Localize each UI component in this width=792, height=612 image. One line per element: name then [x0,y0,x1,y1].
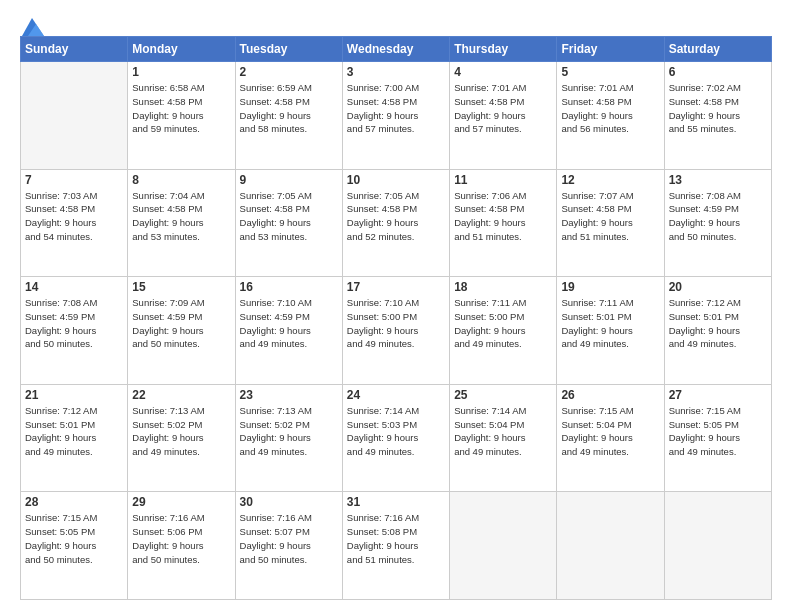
day-info: Sunrise: 7:13 AM Sunset: 5:02 PM Dayligh… [132,404,230,459]
week-row: 21Sunrise: 7:12 AM Sunset: 5:01 PM Dayli… [21,384,772,492]
day-info: Sunrise: 7:15 AM Sunset: 5:05 PM Dayligh… [25,511,123,566]
day-info: Sunrise: 7:01 AM Sunset: 4:58 PM Dayligh… [561,81,659,136]
day-number: 10 [347,173,445,187]
calendar-cell [21,62,128,170]
day-number: 6 [669,65,767,79]
day-info: Sunrise: 7:08 AM Sunset: 4:59 PM Dayligh… [25,296,123,351]
day-number: 8 [132,173,230,187]
day-header: Wednesday [342,37,449,62]
day-number: 19 [561,280,659,294]
page: SundayMondayTuesdayWednesdayThursdayFrid… [0,0,792,612]
logo-icon [22,18,44,36]
day-info: Sunrise: 6:59 AM Sunset: 4:58 PM Dayligh… [240,81,338,136]
calendar-cell: 21Sunrise: 7:12 AM Sunset: 5:01 PM Dayli… [21,384,128,492]
day-number: 1 [132,65,230,79]
calendar-header-row: SundayMondayTuesdayWednesdayThursdayFrid… [21,37,772,62]
day-header: Thursday [450,37,557,62]
day-number: 20 [669,280,767,294]
day-info: Sunrise: 7:05 AM Sunset: 4:58 PM Dayligh… [347,189,445,244]
day-info: Sunrise: 7:06 AM Sunset: 4:58 PM Dayligh… [454,189,552,244]
week-row: 28Sunrise: 7:15 AM Sunset: 5:05 PM Dayli… [21,492,772,600]
day-number: 21 [25,388,123,402]
day-number: 31 [347,495,445,509]
day-header: Friday [557,37,664,62]
day-info: Sunrise: 7:12 AM Sunset: 5:01 PM Dayligh… [669,296,767,351]
day-header: Tuesday [235,37,342,62]
day-number: 13 [669,173,767,187]
week-row: 1Sunrise: 6:58 AM Sunset: 4:58 PM Daylig… [21,62,772,170]
day-number: 22 [132,388,230,402]
week-row: 7Sunrise: 7:03 AM Sunset: 4:58 PM Daylig… [21,169,772,277]
day-info: Sunrise: 7:16 AM Sunset: 5:07 PM Dayligh… [240,511,338,566]
calendar-cell [450,492,557,600]
calendar-cell: 19Sunrise: 7:11 AM Sunset: 5:01 PM Dayli… [557,277,664,385]
calendar-cell [557,492,664,600]
calendar-cell: 1Sunrise: 6:58 AM Sunset: 4:58 PM Daylig… [128,62,235,170]
day-info: Sunrise: 7:15 AM Sunset: 5:04 PM Dayligh… [561,404,659,459]
week-row: 14Sunrise: 7:08 AM Sunset: 4:59 PM Dayli… [21,277,772,385]
day-number: 23 [240,388,338,402]
day-info: Sunrise: 7:11 AM Sunset: 5:00 PM Dayligh… [454,296,552,351]
calendar-cell: 4Sunrise: 7:01 AM Sunset: 4:58 PM Daylig… [450,62,557,170]
day-number: 14 [25,280,123,294]
day-info: Sunrise: 7:09 AM Sunset: 4:59 PM Dayligh… [132,296,230,351]
calendar-cell: 23Sunrise: 7:13 AM Sunset: 5:02 PM Dayli… [235,384,342,492]
calendar-cell: 16Sunrise: 7:10 AM Sunset: 4:59 PM Dayli… [235,277,342,385]
day-info: Sunrise: 7:14 AM Sunset: 5:03 PM Dayligh… [347,404,445,459]
day-info: Sunrise: 7:12 AM Sunset: 5:01 PM Dayligh… [25,404,123,459]
calendar-table: SundayMondayTuesdayWednesdayThursdayFrid… [20,36,772,600]
day-info: Sunrise: 7:15 AM Sunset: 5:05 PM Dayligh… [669,404,767,459]
day-header: Monday [128,37,235,62]
day-number: 24 [347,388,445,402]
calendar-cell: 24Sunrise: 7:14 AM Sunset: 5:03 PM Dayli… [342,384,449,492]
calendar-cell [664,492,771,600]
day-number: 30 [240,495,338,509]
day-number: 7 [25,173,123,187]
day-number: 28 [25,495,123,509]
day-number: 25 [454,388,552,402]
calendar-cell: 17Sunrise: 7:10 AM Sunset: 5:00 PM Dayli… [342,277,449,385]
calendar-cell: 29Sunrise: 7:16 AM Sunset: 5:06 PM Dayli… [128,492,235,600]
calendar-cell: 30Sunrise: 7:16 AM Sunset: 5:07 PM Dayli… [235,492,342,600]
day-number: 15 [132,280,230,294]
day-info: Sunrise: 7:16 AM Sunset: 5:06 PM Dayligh… [132,511,230,566]
day-number: 11 [454,173,552,187]
day-number: 29 [132,495,230,509]
day-number: 17 [347,280,445,294]
calendar-cell: 10Sunrise: 7:05 AM Sunset: 4:58 PM Dayli… [342,169,449,277]
day-info: Sunrise: 7:14 AM Sunset: 5:04 PM Dayligh… [454,404,552,459]
day-info: Sunrise: 7:16 AM Sunset: 5:08 PM Dayligh… [347,511,445,566]
day-header: Sunday [21,37,128,62]
calendar-cell: 6Sunrise: 7:02 AM Sunset: 4:58 PM Daylig… [664,62,771,170]
calendar-cell: 13Sunrise: 7:08 AM Sunset: 4:59 PM Dayli… [664,169,771,277]
day-info: Sunrise: 7:00 AM Sunset: 4:58 PM Dayligh… [347,81,445,136]
day-number: 5 [561,65,659,79]
calendar-cell: 12Sunrise: 7:07 AM Sunset: 4:58 PM Dayli… [557,169,664,277]
day-info: Sunrise: 7:13 AM Sunset: 5:02 PM Dayligh… [240,404,338,459]
calendar-cell: 31Sunrise: 7:16 AM Sunset: 5:08 PM Dayli… [342,492,449,600]
day-number: 18 [454,280,552,294]
calendar-cell: 15Sunrise: 7:09 AM Sunset: 4:59 PM Dayli… [128,277,235,385]
calendar-cell: 7Sunrise: 7:03 AM Sunset: 4:58 PM Daylig… [21,169,128,277]
day-info: Sunrise: 7:05 AM Sunset: 4:58 PM Dayligh… [240,189,338,244]
calendar-cell: 26Sunrise: 7:15 AM Sunset: 5:04 PM Dayli… [557,384,664,492]
header [20,18,772,32]
calendar-cell: 20Sunrise: 7:12 AM Sunset: 5:01 PM Dayli… [664,277,771,385]
day-number: 2 [240,65,338,79]
calendar-cell: 28Sunrise: 7:15 AM Sunset: 5:05 PM Dayli… [21,492,128,600]
day-number: 27 [669,388,767,402]
day-number: 16 [240,280,338,294]
day-info: Sunrise: 7:11 AM Sunset: 5:01 PM Dayligh… [561,296,659,351]
day-info: Sunrise: 7:01 AM Sunset: 4:58 PM Dayligh… [454,81,552,136]
calendar-cell: 2Sunrise: 6:59 AM Sunset: 4:58 PM Daylig… [235,62,342,170]
logo [20,18,44,32]
day-number: 4 [454,65,552,79]
day-info: Sunrise: 7:07 AM Sunset: 4:58 PM Dayligh… [561,189,659,244]
calendar-cell: 5Sunrise: 7:01 AM Sunset: 4:58 PM Daylig… [557,62,664,170]
day-info: Sunrise: 7:03 AM Sunset: 4:58 PM Dayligh… [25,189,123,244]
day-info: Sunrise: 7:10 AM Sunset: 4:59 PM Dayligh… [240,296,338,351]
day-info: Sunrise: 6:58 AM Sunset: 4:58 PM Dayligh… [132,81,230,136]
day-info: Sunrise: 7:10 AM Sunset: 5:00 PM Dayligh… [347,296,445,351]
calendar-cell: 18Sunrise: 7:11 AM Sunset: 5:00 PM Dayli… [450,277,557,385]
calendar-cell: 9Sunrise: 7:05 AM Sunset: 4:58 PM Daylig… [235,169,342,277]
